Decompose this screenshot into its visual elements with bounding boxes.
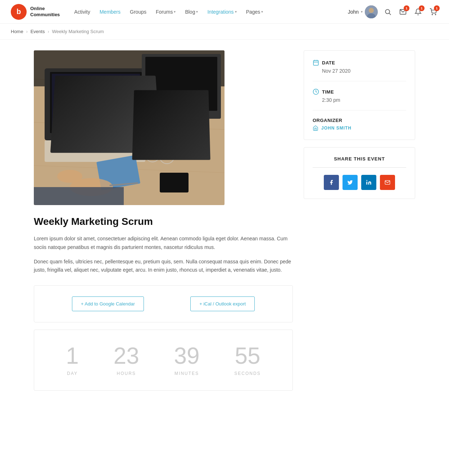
nav-integrations[interactable]: Integrations ▾ bbox=[204, 6, 240, 18]
navbar: b Online Communities Activity Members Gr… bbox=[0, 0, 449, 24]
calendar-section: + Add to Google Calendar + iCal / Outloo… bbox=[34, 285, 293, 322]
event-time-value: 2:30 pm bbox=[313, 97, 406, 103]
breadcrumb-current: Weekly Marketing Scrum bbox=[52, 29, 104, 34]
event-date-section: DATE Nov 27 2020 bbox=[313, 59, 406, 81]
ical-export-button[interactable]: + iCal / Outlook export bbox=[190, 296, 255, 311]
countdown-seconds-value: 55 bbox=[234, 344, 260, 367]
countdown-minutes: 39 MINUTES bbox=[174, 344, 199, 376]
countdown-days: 1 DAY bbox=[66, 344, 79, 376]
bell-icon-button[interactable]: 1 bbox=[413, 7, 423, 17]
cart-icon-button[interactable]: 1 bbox=[428, 7, 438, 17]
breadcrumb: Home › Events › Weekly Marketing Scrum bbox=[0, 24, 449, 40]
countdown-days-value: 1 bbox=[66, 344, 79, 367]
svg-line-4 bbox=[389, 13, 391, 15]
svg-point-30 bbox=[57, 170, 82, 183]
countdown-hours-value: 23 bbox=[114, 344, 139, 367]
event-time-section: TIME 2:30 pm bbox=[313, 89, 406, 110]
chevron-down-icon: ▾ bbox=[235, 10, 237, 14]
time-label: TIME bbox=[313, 89, 406, 95]
svg-point-7 bbox=[435, 14, 436, 15]
breadcrumb-home[interactable]: Home bbox=[11, 29, 23, 34]
nav-forums[interactable]: Forums ▾ bbox=[152, 6, 179, 18]
logo-icon: b bbox=[11, 4, 27, 20]
breadcrumb-events[interactable]: Events bbox=[31, 29, 45, 34]
linkedin-icon bbox=[366, 180, 372, 185]
share-linkedin-button[interactable] bbox=[361, 175, 376, 190]
sidebar: DATE Nov 27 2020 TIME 2:30 pm ORGANIZER bbox=[304, 50, 415, 398]
chevron-down-icon: ▾ bbox=[174, 10, 176, 14]
facebook-icon bbox=[328, 180, 334, 185]
event-date-value: Nov 27 2020 bbox=[313, 68, 406, 74]
share-title: SHARE THIS EVENT bbox=[313, 156, 406, 162]
event-title: Weekly Marketing Scrum bbox=[34, 216, 293, 227]
event-description-2: Donec quam felis, ultricies nec, pellent… bbox=[34, 258, 293, 275]
bell-badge: 1 bbox=[419, 5, 425, 11]
chevron-down-icon: ▾ bbox=[261, 10, 263, 14]
nav-groups[interactable]: Groups bbox=[126, 6, 150, 18]
date-label: DATE bbox=[313, 59, 406, 66]
twitter-icon bbox=[347, 180, 353, 185]
main-content: Weekly Marketing Scrum Lorem ipsum dolor… bbox=[34, 50, 293, 398]
share-divider bbox=[313, 167, 406, 168]
organizer-name[interactable]: JOHN SMITH bbox=[313, 125, 406, 131]
svg-rect-33 bbox=[313, 60, 318, 65]
countdown-section: 1 DAY 23 HOURS 39 MINUTES 55 SECONDS bbox=[34, 330, 293, 391]
mail-badge: 1 bbox=[404, 5, 409, 11]
countdown-seconds-label: SECONDS bbox=[234, 371, 260, 376]
page-container: Weekly Marketing Scrum Lorem ipsum dolor… bbox=[27, 40, 422, 409]
svg-rect-15 bbox=[52, 74, 140, 131]
svg-rect-31 bbox=[34, 187, 124, 205]
nav-blog[interactable]: Blog ▾ bbox=[181, 6, 201, 18]
countdown-hours-label: HOURS bbox=[114, 371, 139, 376]
svg-point-1 bbox=[369, 8, 374, 13]
countdown-days-label: DAY bbox=[66, 371, 79, 376]
event-organizer-section: ORGANIZER JOHN SMITH bbox=[313, 118, 406, 131]
nav-links: Activity Members Groups Forums ▾ Blog ▾ … bbox=[71, 6, 348, 18]
svg-rect-19 bbox=[55, 112, 77, 148]
cart-badge: 1 bbox=[434, 5, 440, 11]
user-menu[interactable]: John ▾ bbox=[348, 5, 378, 18]
logo-text: Online Communities bbox=[30, 6, 60, 18]
countdown-minutes-label: MINUTES bbox=[174, 371, 199, 376]
share-twitter-button[interactable] bbox=[343, 175, 358, 190]
svg-rect-17 bbox=[145, 57, 217, 111]
navbar-right: John ▾ 1 bbox=[348, 5, 438, 18]
nav-pages[interactable]: Pages ▾ bbox=[242, 6, 267, 18]
site-logo[interactable]: b Online Communities bbox=[11, 4, 60, 20]
svg-rect-20 bbox=[58, 114, 75, 142]
mail-icon-button[interactable]: 1 bbox=[398, 7, 408, 17]
svg-line-10 bbox=[34, 122, 224, 130]
svg-rect-24 bbox=[109, 97, 115, 104]
share-card: SHARE THIS EVENT bbox=[304, 147, 415, 199]
svg-rect-38 bbox=[366, 182, 367, 185]
svg-point-39 bbox=[366, 180, 367, 181]
chevron-down-icon: ▾ bbox=[196, 10, 198, 14]
countdown-seconds: 55 SECONDS bbox=[234, 344, 260, 376]
event-description-1: Lorem ipsum dolor sit amet, consectetuer… bbox=[34, 235, 293, 252]
countdown-minutes-value: 39 bbox=[174, 344, 199, 367]
event-details-card: DATE Nov 27 2020 TIME 2:30 pm ORGANIZER bbox=[304, 50, 415, 140]
search-icon-button[interactable] bbox=[383, 7, 393, 17]
event-image bbox=[34, 50, 224, 205]
svg-line-28 bbox=[160, 155, 167, 156]
svg-rect-14 bbox=[50, 72, 142, 133]
share-buttons bbox=[313, 175, 406, 190]
breadcrumb-sep-1: › bbox=[26, 29, 28, 34]
calendar-icon bbox=[313, 59, 319, 66]
email-icon bbox=[385, 180, 390, 185]
countdown-hours: 23 HOURS bbox=[114, 344, 139, 376]
avatar bbox=[365, 5, 378, 18]
svg-point-23 bbox=[92, 86, 112, 94]
svg-rect-25 bbox=[160, 173, 189, 192]
svg-point-3 bbox=[385, 9, 390, 14]
share-email-button[interactable] bbox=[380, 175, 395, 190]
user-name: John bbox=[348, 9, 359, 15]
svg-rect-13 bbox=[45, 68, 145, 140]
add-to-google-calendar-button[interactable]: + Add to Google Calendar bbox=[72, 296, 144, 311]
nav-activity[interactable]: Activity bbox=[71, 6, 94, 18]
organizer-label: ORGANIZER bbox=[313, 118, 406, 123]
nav-members[interactable]: Members bbox=[96, 6, 124, 18]
chevron-down-icon: ▾ bbox=[361, 10, 363, 14]
share-facebook-button[interactable] bbox=[324, 175, 339, 190]
clock-icon bbox=[313, 89, 319, 95]
